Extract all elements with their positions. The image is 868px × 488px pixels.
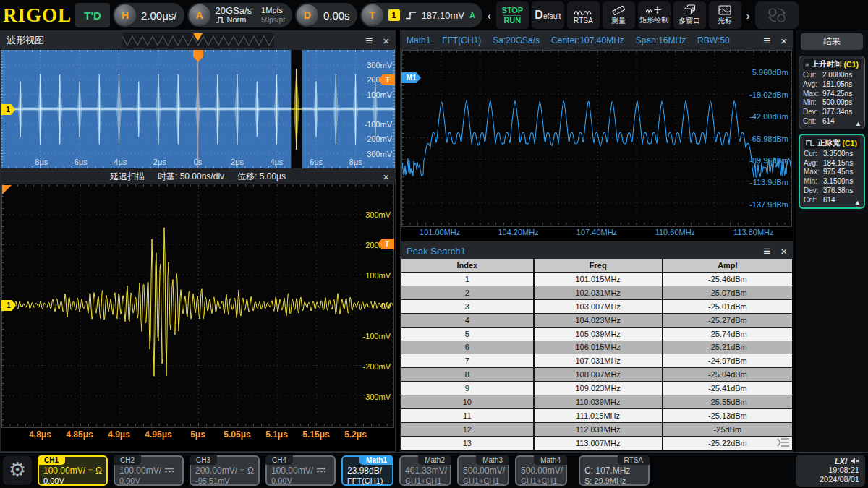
close-icon[interactable]: ×: [780, 246, 787, 257]
fft-panel: Math1 FFT(CH1) Sa:20GSa/s Center:107.40M…: [400, 30, 793, 242]
rtsa-button[interactable]: RTSA: [567, 1, 600, 29]
default-button[interactable]: Default: [532, 1, 564, 29]
delayed-sweep-title: 延迟扫描: [110, 171, 145, 183]
table-resize-icon[interactable]: [776, 437, 791, 448]
rising-edge-icon: [405, 10, 417, 20]
channel2-tab[interactable]: CH2: [114, 455, 141, 465]
multi-window-label: 多窗口: [678, 16, 700, 26]
toolbar-scroll-left[interactable]: ‹: [485, 9, 493, 22]
channel2-card[interactable]: CH2 100.00mV/ 0.00V: [114, 455, 184, 486]
axis-label: 5μs: [190, 429, 205, 440]
channel4-card[interactable]: CH4 100.00mV/ 0.00V: [265, 455, 336, 486]
fft-plot[interactable]: 5.960dBm-18.02dBm-42.00dBm-65.98dBm-89.9…: [401, 50, 792, 227]
measurement-row: Avg:181.05ns: [803, 80, 861, 90]
cursor-button[interactable]: 光标: [709, 1, 741, 29]
table-cell: 12: [401, 423, 535, 436]
table-cell: -25.74dBm: [663, 328, 792, 341]
h-knob[interactable]: H: [114, 4, 136, 26]
measurement-card-positive-pulse-width[interactable]: 正脉宽(C1) Cur:3.3500nsAvg:184.15nsMax:975.…: [799, 134, 865, 209]
close-icon[interactable]: ×: [383, 171, 389, 182]
measurement-row: Max:975.45ns: [804, 168, 860, 177]
math4-tab[interactable]: Math4: [534, 455, 567, 465]
expand-icon[interactable]: ▲: [854, 199, 861, 206]
measure-button[interactable]: 测量: [603, 1, 635, 29]
measurement-card-rise-time[interactable]: 上升时间(C1) Cur:2.0000nsAvg:181.05nsMax:974…: [799, 56, 865, 129]
axis-label: -300mV: [364, 150, 392, 158]
channel1-tab[interactable]: CH1: [38, 455, 65, 465]
menu-icon[interactable]: ≡: [763, 245, 770, 257]
d-knob[interactable]: D: [297, 4, 318, 26]
table-cell: 108.007MHz: [535, 368, 663, 381]
trigger-source-badge: 1: [388, 9, 400, 21]
channel3-tab[interactable]: CH3: [190, 455, 217, 465]
column-header: Ampl: [663, 259, 792, 272]
rtsa-tab[interactable]: RTSA: [618, 455, 650, 465]
table-cell: 4: [401, 314, 535, 327]
delay-control[interactable]: D 0.00s: [295, 3, 357, 27]
oscilloscope-screen: RIGOL T'D H 2.00μs/ A 20GSa/s Norm 1Mpts…: [0, 0, 868, 488]
fft-center-freq: Center:107.40MHz: [551, 35, 624, 46]
acquisition-control[interactable]: A 20GSa/s Norm 1Mpts 50ps/pt: [187, 3, 292, 27]
table-cell: -25.41dBm: [663, 382, 792, 395]
table-cell: -25.04dBm: [663, 368, 792, 381]
menu-icon[interactable]: ≡: [365, 35, 373, 47]
math2-tab[interactable]: Math2: [418, 455, 451, 465]
dc-coupling-icon: [316, 467, 326, 474]
math1-tab[interactable]: Math1: [359, 455, 393, 465]
math3-tab[interactable]: Math3: [476, 455, 509, 465]
settings-button[interactable]: ⚙: [3, 456, 32, 485]
toolbar-scroll-right[interactable]: ›: [744, 9, 752, 22]
table-row: 7107.031MHz-24.97dBm: [401, 354, 792, 368]
multi-window-button[interactable]: 多窗口: [673, 1, 706, 29]
menu-icon[interactable]: ≡: [763, 35, 770, 47]
table-cell: 110.039MHz: [535, 395, 663, 408]
stat-value: 500.00ps: [822, 98, 852, 108]
fft-source-label: Math1: [407, 35, 430, 46]
peak-search-panel: Peak Search1 ≡ × IndexFreqAmpl1101.015MH…: [400, 242, 793, 452]
stat-label: Cur:: [803, 71, 822, 80]
trigger-control[interactable]: T 1 187.10mV A: [360, 3, 482, 27]
close-icon[interactable]: ×: [383, 35, 389, 46]
table-cell: 7: [401, 354, 535, 367]
waveform-view-panel: 波形视图 ≡ × 300mV200mV100mV-100mV-200mV-300…: [0, 30, 396, 168]
stat-label: Avg:: [804, 159, 823, 168]
pulse-icon: [216, 17, 225, 23]
table-cell: 111.015MHz: [535, 409, 663, 422]
horizontal-scale-control[interactable]: H 2.00μs/: [113, 3, 184, 27]
rect-draw-button[interactable]: 矩形绘制: [638, 1, 671, 29]
rtsa-card[interactable]: RTSA C: 107.MHz S: 29.9MHz: [579, 455, 650, 486]
math4-card[interactable]: Math4 500.00mV/ CH1+CH1: [515, 455, 567, 486]
a-knob[interactable]: A: [189, 4, 210, 26]
table-cell: -25dBm: [663, 423, 792, 436]
measurement-row: Max:974.25ns: [803, 90, 861, 99]
axis-label: -6μs: [72, 158, 88, 166]
delayed-sweep-plot[interactable]: 300mV200mV100mV0V-100mV-200mV-300mV: [1, 184, 394, 428]
math2-card[interactable]: Math2 401.33mV/ CH1+CH1: [399, 455, 451, 486]
speaker-muted-icon: [850, 457, 859, 465]
cursor-label: 光标: [718, 16, 732, 26]
table-cell: -25.07dBm: [663, 286, 792, 299]
waveform-view-titlebar: 波形视图 ≡ ×: [1, 31, 395, 50]
channel3-card[interactable]: CH3 200.00mV/ Ω -95.51mV: [190, 455, 260, 486]
waveform-overview-plot[interactable]: 300mV200mV100mV-100mV-200mV-300mV -8μs-6…: [1, 50, 395, 168]
expand-icon[interactable]: ▲: [855, 120, 861, 127]
t-knob[interactable]: T: [362, 4, 383, 26]
channel4-tab[interactable]: CH4: [265, 455, 293, 465]
axis-label: 5.15μs: [302, 429, 329, 440]
axis-label: -100mV: [364, 120, 392, 129]
dc-coupling-icon: [164, 467, 174, 474]
system-status-box[interactable]: LXI 19:08:21 2024/08/01: [796, 455, 865, 487]
channel1-card[interactable]: CH1 100.00mV/ Ω 0.00V: [38, 455, 108, 486]
measurement-row: Cnt:614: [804, 196, 860, 205]
peak-table: IndexFreqAmpl1101.015MHz-25.46dBm2102.03…: [401, 259, 792, 450]
stop-run-button[interactable]: STOP RUN: [496, 1, 529, 29]
waveform-view-title: 波形视图: [1, 34, 44, 47]
axis-label: 113.80MHz: [733, 228, 773, 236]
math1-card[interactable]: Math1 23.98dB/ FFT(CH1): [341, 455, 393, 486]
waveform-compare-button[interactable]: [755, 1, 799, 29]
navigation-strip[interactable]: [122, 33, 274, 48]
table-cell: -25.46dBm: [663, 273, 792, 286]
close-icon[interactable]: ×: [780, 35, 787, 46]
math3-card[interactable]: Math3 500.00mV/ CH1+CH1: [457, 455, 509, 486]
ch1-impedance: Ω: [95, 466, 102, 476]
